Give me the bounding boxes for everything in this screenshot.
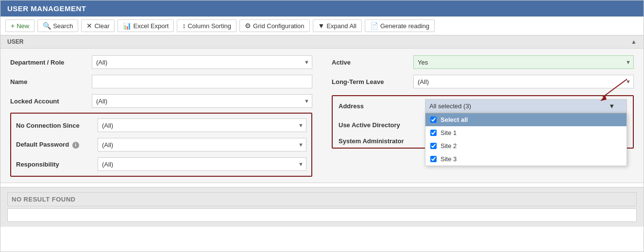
result-panel: NO RESULT FOUND [0,187,644,227]
site1-checkbox[interactable] [430,130,437,136]
no-connection-since-select[interactable]: (All) [98,118,306,132]
responsibility-row: Responsibility (All) ▼ [11,154,311,174]
right-highlighted-section: Address All selected (3) ▼ [332,95,634,149]
filter-section-label: USER [7,38,23,45]
name-label: Name [10,78,88,85]
excel-icon: 📊 [123,22,131,30]
info-icon[interactable]: i [72,142,79,149]
filter-panel: USER ▲ Department / Role (All) ▼ [0,35,644,183]
site2-checkbox[interactable] [430,143,437,149]
locked-account-row: Locked Account (All) ▼ [5,91,317,111]
document-icon: 📄 [370,22,378,30]
no-connection-since-control: (All) ▼ [98,118,306,132]
system-administrator-label: System Administrator [339,137,421,145]
active-control: Yes ▼ [413,55,634,69]
department-role-row: Department / Role (All) ▼ [5,52,317,72]
result-area [7,208,637,222]
name-row: Name [5,72,317,91]
address-dropdown: Select all Site 1 Site 2 [425,113,627,166]
responsibility-label: Responsibility [16,161,94,168]
default-password-label: Default Password i [16,141,94,149]
address-label: Address [339,102,421,110]
gear-icon: ⚙ [245,22,251,30]
site2-item[interactable]: Site 2 [425,139,627,152]
page-title: USER MANAGEMENT [7,4,86,13]
generate-reading-button[interactable]: 📄 Generate reading [365,19,435,32]
department-role-select[interactable]: (All) [92,55,312,69]
filter-right-section: Active Yes ▼ Long-Term Leave (All) [322,52,644,179]
default-password-select[interactable]: (All) [98,138,306,151]
filter-left-col: Department / Role (All) ▼ Name [0,52,322,179]
site1-item[interactable]: Site 1 [425,126,627,139]
use-active-directory-label: Use Active Directory [339,121,421,129]
locked-account-select[interactable]: (All) [92,94,312,108]
new-button[interactable]: + New [5,19,34,32]
collapse-icon[interactable]: ▲ [631,38,637,45]
chevron-down-icon: ▼ [609,102,615,110]
department-role-control: (All) ▼ [92,55,312,69]
no-connection-since-label: No Connection Since [16,122,94,129]
name-control [92,75,312,88]
filter-content: Department / Role (All) ▼ Name [0,49,644,183]
no-connection-since-row: No Connection Since (All) ▼ [11,116,311,135]
address-multiselect: All selected (3) ▼ Select all [425,99,627,113]
sort-icon: ↕ [182,22,186,30]
long-term-leave-row: Long-Term Leave (All) ▼ [327,72,639,91]
default-password-row: Default Password i (All) ▼ [11,135,311,154]
select-all-checkbox[interactable] [430,117,437,123]
search-button[interactable]: 🔍 Search [37,19,78,32]
site3-item[interactable]: Site 3 [425,152,627,166]
result-label: NO RESULT FOUND [12,196,75,203]
address-multiselect-trigger[interactable]: All selected (3) ▼ [425,99,627,113]
long-term-leave-label: Long-Term Leave [332,78,409,85]
search-icon: 🔍 [43,22,51,30]
select-all-item[interactable]: Select all [425,113,627,126]
left-highlighted-section: No Connection Since (All) ▼ Default Pass… [10,113,312,177]
expand-icon: ▼ [318,22,325,30]
column-sorting-button[interactable]: ↕ Column Sorting [177,19,237,32]
active-row: Active Yes ▼ [327,52,639,72]
address-section: Address All selected (3) ▼ [327,91,639,152]
clear-button[interactable]: ✕ Clear [81,19,115,32]
locked-account-control: (All) ▼ [92,94,312,108]
name-input[interactable] [92,75,312,88]
expand-all-button[interactable]: ▼ Expand All [313,19,362,32]
department-role-label: Department / Role [10,59,88,66]
excel-export-button[interactable]: 📊 Excel Export [118,19,174,32]
clear-icon: ✕ [86,22,92,30]
site3-checkbox[interactable] [430,156,437,162]
default-password-control: (All) ▼ [98,138,306,151]
long-term-leave-select[interactable]: (All) [413,75,634,88]
result-header: NO RESULT FOUND [7,192,637,206]
plus-icon: + [11,22,15,30]
app-container: USER MANAGEMENT + New 🔍 Search ✕ Clear 📊… [0,0,644,252]
active-label: Active [332,59,409,66]
responsibility-select[interactable]: (All) [98,157,306,171]
long-term-leave-control: (All) ▼ [413,75,634,88]
grid-configuration-button[interactable]: ⚙ Grid Configuration [239,19,310,32]
locked-account-label: Locked Account [10,98,88,105]
responsibility-control: (All) ▼ [98,157,306,171]
filter-panel-header: USER ▲ [0,35,644,49]
address-row: Address All selected (3) ▼ [339,99,627,113]
page-header: USER MANAGEMENT [0,0,644,17]
active-select[interactable]: Yes [413,55,634,69]
toolbar: + New 🔍 Search ✕ Clear 📊 Excel Export ↕ … [0,17,644,35]
